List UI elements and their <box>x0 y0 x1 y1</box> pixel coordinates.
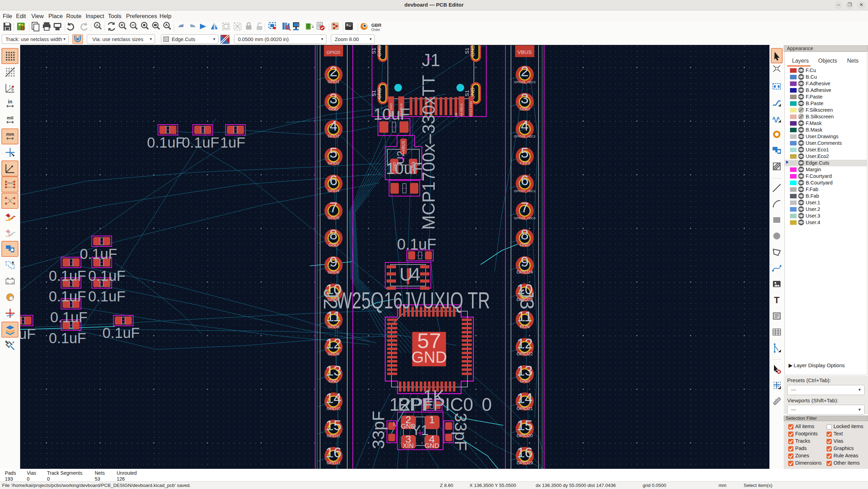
svg-text:GPIO6: GPIO6 <box>328 270 340 274</box>
svg-text:GPIO20: GPIO20 <box>517 433 533 438</box>
svg-text:0.1uF: 0.1uF <box>397 236 436 253</box>
svg-text:VBUS: VBUS <box>518 49 532 55</box>
svg-text:8: 8 <box>521 227 529 243</box>
svg-text:13: 13 <box>326 363 342 379</box>
svg-text:6: 6 <box>330 172 338 188</box>
svg-text:5: 5 <box>330 145 338 161</box>
svg-text:9: 9 <box>330 254 338 270</box>
svg-text:J2: J2 <box>320 289 342 309</box>
svg-text:GPIO1: GPIO1 <box>328 80 340 84</box>
svg-text:VBUS: VBUS <box>401 141 405 151</box>
svg-text:GND: GND <box>328 378 339 384</box>
svg-text:r: r <box>9 84 11 88</box>
svg-text:GPIO24: GPIO24 <box>517 269 533 275</box>
svg-text:EA12 GND: EA12 GND <box>469 101 473 117</box>
svg-text:0.1uF: 0.1uF <box>182 134 219 151</box>
svg-text:B8: B8 <box>455 113 458 117</box>
svg-text:A: A <box>96 23 99 28</box>
svg-text:1uF: 1uF <box>220 134 245 151</box>
svg-text:GPIO26_ADC0: GPIO26_ADC0 <box>514 216 536 220</box>
svg-text:XIN: XIN <box>403 442 414 449</box>
svg-text:0.1uF: 0.1uF <box>88 288 125 305</box>
svg-text:8: 8 <box>330 227 338 243</box>
svg-text:14: 14 <box>326 390 342 406</box>
svg-text:16: 16 <box>326 444 342 460</box>
svg-text:GND: GND <box>520 378 530 384</box>
svg-text:0.1uF: 0.1uF <box>49 288 86 305</box>
svg-text:1: 1 <box>429 414 435 425</box>
svg-text:θ: θ <box>11 88 14 92</box>
svg-text:2: 2 <box>521 63 529 79</box>
svg-text:mm: mm <box>6 132 14 137</box>
svg-text:GND: GND <box>520 106 530 111</box>
svg-text:GPIO0: GPIO0 <box>326 50 340 55</box>
svg-text:J3: J3 <box>516 289 538 309</box>
svg-text:4: 4 <box>521 118 529 134</box>
svg-text:0.1uF: 0.1uF <box>50 309 87 325</box>
svg-text:4: 4 <box>410 264 420 284</box>
svg-text:3: 3 <box>330 90 338 107</box>
svg-text:GPIO5: GPIO5 <box>328 216 340 220</box>
svg-text:5: 5 <box>521 145 529 161</box>
svg-text:14: 14 <box>517 390 533 406</box>
svg-text:GND: GND <box>328 242 339 247</box>
svg-text:A4 VBUS: A4 VBUS <box>460 103 463 117</box>
svg-text:12: 12 <box>326 336 342 352</box>
svg-text:GPIO3: GPIO3 <box>328 161 340 165</box>
svg-text:GPIO19: GPIO19 <box>517 460 533 465</box>
svg-text:GPIO2: GPIO2 <box>328 134 340 138</box>
svg-text:GND: GND <box>411 348 447 366</box>
svg-text:6: 6 <box>521 172 529 188</box>
svg-text:W25Q16JVUXIQ TR: W25Q16JVUXIQ TR <box>336 287 490 313</box>
svg-text:0: 0 <box>482 394 492 415</box>
svg-text:+3V3: +3V3 <box>519 160 530 166</box>
svg-text:GPIO27_ADC1: GPIO27_ADC1 <box>514 189 536 193</box>
svg-text:GPIO29_ADC3: GPIO29_ADC3 <box>514 80 536 84</box>
svg-text:GPIO11: GPIO11 <box>327 434 340 438</box>
svg-text:J1: J1 <box>422 50 440 70</box>
svg-text:mil: mil <box>7 115 14 120</box>
svg-text:S1: S1 <box>371 90 377 96</box>
svg-text:GPIO4: GPIO4 <box>328 189 340 193</box>
svg-text:GBR: GBR <box>371 23 382 28</box>
svg-text:GND: GND <box>376 45 382 57</box>
svg-text:GPIO10: GPIO10 <box>327 407 341 411</box>
svg-text:12: 12 <box>517 336 533 352</box>
svg-text:GPIO21: GPIO21 <box>517 406 533 411</box>
svg-text:7: 7 <box>330 199 338 215</box>
svg-text:MCP1700x–330xTT: MCP1700x–330xTT <box>419 75 439 230</box>
svg-text:in: in <box>8 99 12 104</box>
svg-text:GPIO22: GPIO22 <box>517 351 533 356</box>
svg-text:0.1uF: 0.1uF <box>102 325 140 341</box>
svg-text:RPI PIC0: RPI PIC0 <box>398 394 473 415</box>
svg-text:10uF: 10uF <box>373 105 410 123</box>
svg-text:10uF: 10uF <box>386 159 423 178</box>
svg-text:16: 16 <box>517 444 533 460</box>
svg-text:15: 15 <box>517 417 533 433</box>
svg-text:33pF: 33pF <box>451 413 470 451</box>
svg-text:1: 1 <box>393 421 395 426</box>
svg-text:7: 7 <box>521 199 529 215</box>
svg-text:0.1uF: 0.1uF <box>80 246 117 262</box>
svg-text:RUN: RUN <box>520 324 529 329</box>
svg-text:GND: GND <box>470 45 475 57</box>
svg-text:GND: GND <box>425 442 439 449</box>
svg-text:13: 13 <box>517 363 533 379</box>
svg-text:1uF: 1uF <box>20 326 36 342</box>
svg-text:GPIO8: GPIO8 <box>328 325 340 329</box>
svg-text:0.1uF: 0.1uF <box>49 268 86 284</box>
svg-text:T: T <box>774 295 780 305</box>
svg-text:GPIO12: GPIO12 <box>327 461 341 465</box>
svg-text:2: 2 <box>330 63 338 79</box>
svg-text:0.1uF: 0.1uF <box>147 134 184 151</box>
svg-text:Order: Order <box>371 28 380 32</box>
svg-text:0.1uF: 0.1uF <box>88 268 125 284</box>
svg-text:9: 9 <box>521 254 529 270</box>
svg-text:GPIO9: GPIO9 <box>328 352 340 356</box>
svg-text:33pF: 33pF <box>369 411 388 449</box>
svg-text:GND: GND <box>328 106 339 111</box>
svg-text:11: 11 <box>517 308 532 324</box>
svg-text:0.1uF: 0.1uF <box>49 330 86 346</box>
svg-text:S1: S1 <box>464 48 470 54</box>
svg-text:S1: S1 <box>371 48 377 54</box>
